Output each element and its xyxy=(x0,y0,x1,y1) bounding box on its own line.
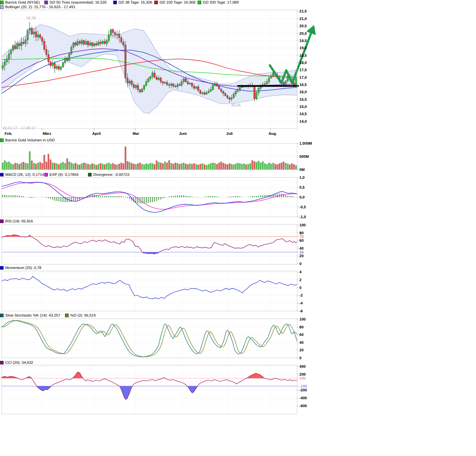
stoch-k-legend-label: Slow Stochastic %K (14): 43,257 xyxy=(5,313,60,317)
month-label-april: April xyxy=(92,132,101,135)
svg-text:60: 60 xyxy=(299,333,304,337)
svg-text:0M: 0M xyxy=(299,168,305,172)
svg-text:19,5: 19,5 xyxy=(299,39,307,43)
svg-text:16,5: 16,5 xyxy=(299,83,307,87)
svg-text:21,5: 21,5 xyxy=(299,9,307,13)
month-label-juni: Juni xyxy=(179,132,187,135)
svg-text:-2: -2 xyxy=(299,293,303,297)
svg-text:2: 2 xyxy=(299,278,301,282)
gd50-legend-label: GD 50 Ticks (exponential): 16,535 xyxy=(50,0,107,4)
svg-text:21,0: 21,0 xyxy=(299,17,307,21)
momentum-color-swatch xyxy=(0,266,4,270)
divergence-legend-label: Divergence: -0,00723 xyxy=(93,173,129,176)
svg-text:15,5: 15,5 xyxy=(299,97,307,101)
gd100-color-swatch xyxy=(154,1,158,4)
bollinger-color-swatch xyxy=(0,5,4,9)
svg-text:18,0: 18,0 xyxy=(299,61,307,65)
gd200-legend-label: GD 200 Tage: 17,089 xyxy=(203,0,239,4)
stock-chart-page: 21,521,020,520,019,519,018,518,017,517,0… xyxy=(0,0,476,456)
momentum-legend: Momentum (20): 0,78 xyxy=(0,266,315,270)
stochastic-legend: Slow Stochastic %K (14): 43,257 %D (3): … xyxy=(0,313,315,318)
month-label-aug: Aug. xyxy=(269,132,277,135)
svg-text:14,0: 14,0 xyxy=(299,119,307,123)
svg-text:60: 60 xyxy=(299,238,304,242)
svg-text:20: 20 xyxy=(299,348,304,352)
svg-text:0: 0 xyxy=(299,286,301,290)
gd38-color-swatch xyxy=(113,1,117,4)
bollinger-legend: Bollinger (20, 2): 15,776 - 16,633 - 17,… xyxy=(0,5,315,9)
svg-text:0,0: 0,0 xyxy=(299,195,305,199)
svg-text:100: 100 xyxy=(299,376,306,380)
svg-text:17,0: 17,0 xyxy=(299,75,307,79)
low-price-label: 15,25 xyxy=(231,103,241,107)
macd-legend: MACD (26, 12): 0,17141 EXP (9): 0,17864 … xyxy=(0,173,315,177)
chart-canvas[interactable]: 21,521,020,520,019,519,018,518,017,517,0… xyxy=(0,0,476,456)
cci-legend-label: CCI (20): 34,632 xyxy=(5,361,33,364)
svg-text:40: 40 xyxy=(299,246,304,250)
svg-text:20: 20 xyxy=(299,254,304,258)
svg-text:0,5: 0,5 xyxy=(299,185,305,189)
svg-text:-600: -600 xyxy=(299,404,307,408)
month-label-maerz: März xyxy=(43,132,51,135)
svg-text:19,0: 19,0 xyxy=(299,46,307,50)
rsi-legend: RSI (14): 55,916 xyxy=(0,219,315,223)
svg-text:20,5: 20,5 xyxy=(299,24,307,28)
svg-text:30: 30 xyxy=(299,250,304,254)
date-range-label: 30.01.17 - 17.08.17 xyxy=(3,126,35,130)
stoch-d-legend-label: %D (3): 56,519 xyxy=(70,313,96,317)
svg-text:80: 80 xyxy=(299,325,304,329)
exp-color-swatch xyxy=(44,173,48,176)
svg-text:18,5: 18,5 xyxy=(299,53,307,57)
month-label-mai: Mai xyxy=(133,132,139,135)
gd38-legend-label: GD 38 Tage: 16,306 xyxy=(119,0,152,4)
rsi-legend-label: RSI (14): 55,916 xyxy=(5,219,33,223)
svg-text:14,5: 14,5 xyxy=(299,112,307,116)
svg-text:20,0: 20,0 xyxy=(299,31,307,35)
exp-legend-label: EXP (9): 0,17864 xyxy=(50,173,78,176)
svg-text:-0,5: -0,5 xyxy=(299,205,306,209)
svg-text:-400: -400 xyxy=(299,396,307,400)
svg-text:4: 4 xyxy=(299,270,302,274)
svg-text:-200: -200 xyxy=(299,388,307,392)
svg-text:0: 0 xyxy=(299,262,301,266)
rsi-color-swatch xyxy=(0,219,4,223)
svg-text:-1,0: -1,0 xyxy=(299,215,306,219)
svg-text:-4: -4 xyxy=(299,301,303,305)
momentum-legend-label: Momentum (20): 0,78 xyxy=(5,266,41,270)
svg-text:17,5: 17,5 xyxy=(299,68,307,72)
svg-text:-6: -6 xyxy=(299,309,303,313)
svg-text:100: 100 xyxy=(299,317,306,321)
svg-text:400: 400 xyxy=(299,364,306,368)
volume-legend: Barrick Gold Volumen in USD xyxy=(0,138,315,142)
bollinger-legend-label: Bollinger (20, 2): 15,776 - 16,633 - 17,… xyxy=(5,5,76,9)
x-axis-months: Feb. März April Mai Juni Juli Aug. xyxy=(0,132,315,136)
svg-text:500M: 500M xyxy=(299,155,309,158)
svg-text:200: 200 xyxy=(299,372,306,376)
volume-legend-label: Barrick Gold Volumen in USD xyxy=(5,138,55,142)
svg-text:-100: -100 xyxy=(299,384,307,388)
gd100-legend-label: GD 100 Tage: 16,968 xyxy=(160,0,195,4)
stoch-d-color-swatch xyxy=(65,314,69,317)
stoch-k-color-swatch xyxy=(0,314,4,317)
cci-color-swatch xyxy=(0,361,4,364)
svg-text:100: 100 xyxy=(299,223,306,227)
main-chart-legend: Barrick Gold (NYSE) GD 50 Ticks (exponen… xyxy=(0,0,315,5)
divergence-color-swatch xyxy=(88,173,92,176)
month-label-juli: Juli xyxy=(226,132,233,135)
macd-color-swatch xyxy=(0,173,4,176)
instrument-name: Barrick Gold (NYSE) xyxy=(5,0,40,4)
month-label-feb: Feb. xyxy=(5,132,12,135)
gd50-color-swatch xyxy=(44,1,48,4)
volume-color-swatch xyxy=(0,138,4,142)
instrument-color-swatch xyxy=(0,1,4,4)
gd200-color-swatch xyxy=(198,1,201,4)
high-price-label: 20,78 xyxy=(26,16,36,20)
macd-legend-label: MACD (26, 12): 0,17141 xyxy=(5,173,46,176)
svg-text:40: 40 xyxy=(299,341,304,344)
svg-text:80: 80 xyxy=(299,231,304,235)
svg-text:16,0: 16,0 xyxy=(299,90,307,94)
cci-legend: CCI (20): 34,632 xyxy=(0,361,315,365)
svg-text:15,0: 15,0 xyxy=(299,105,307,109)
svg-text:70: 70 xyxy=(299,235,304,238)
svg-text:0: 0 xyxy=(299,356,301,360)
